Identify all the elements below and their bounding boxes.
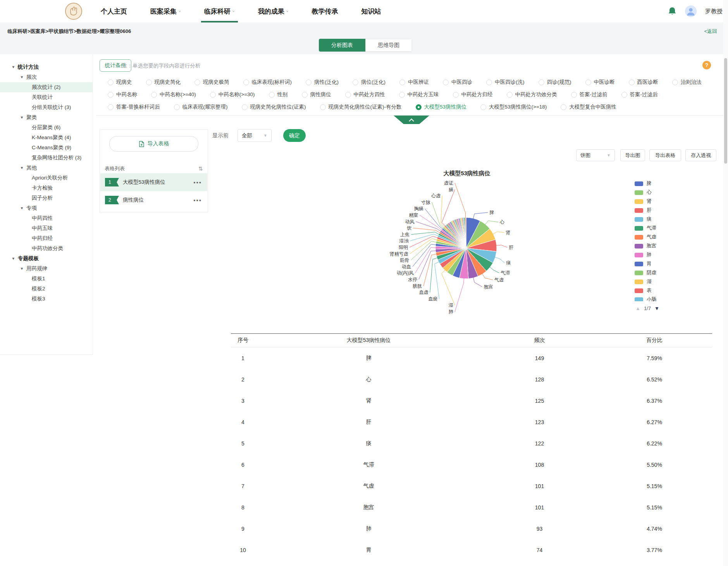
sidebar-item[interactable]: K-Means聚类 (4) xyxy=(0,133,93,143)
tab-2[interactable]: 思维导图 xyxy=(365,39,412,52)
confirm-button[interactable]: 确定 xyxy=(283,129,306,142)
legend-swatch xyxy=(635,271,643,275)
legend-item[interactable]: 气虚 xyxy=(635,233,693,242)
radio-option[interactable]: 中医四诊 xyxy=(443,79,472,86)
more-options-icon[interactable]: ••• xyxy=(193,179,202,186)
radio-option[interactable]: 中药处方归经 xyxy=(453,91,493,98)
sidebar-item[interactable]: Apriori关联分析 xyxy=(0,173,93,183)
sidebar-item[interactable]: ▼专题模板 xyxy=(0,254,93,264)
sidebar-item[interactable]: 中药归经 xyxy=(0,233,93,243)
sidebar-item[interactable]: ▼聚类 xyxy=(0,112,93,123)
radio-option[interactable]: 中医诊断 xyxy=(585,79,615,86)
show-top-select[interactable]: 全部 ▼ xyxy=(238,129,272,142)
sidebar-item[interactable]: ▼统计方法 xyxy=(0,62,93,72)
table-list-item[interactable]: 1大模型53病性病位••• xyxy=(100,173,207,191)
sidebar-item[interactable]: 中药功效分类 xyxy=(0,243,93,254)
sidebar-item[interactable]: 卡方检验 xyxy=(0,183,93,193)
radio-option[interactable]: 现病史简化病性位(证素) xyxy=(242,104,306,110)
radio-option[interactable]: 中医辨证 xyxy=(399,79,429,86)
legend-item[interactable]: 肝 xyxy=(635,206,693,215)
sidebar-item[interactable]: 分层聚类 (6) xyxy=(0,123,93,133)
sidebar-item[interactable]: 模板3 xyxy=(0,294,93,304)
export-table-button[interactable]: 导出表格 xyxy=(649,149,681,161)
legend-item[interactable]: 脾 xyxy=(635,179,693,188)
notification-bell-icon[interactable] xyxy=(668,7,676,16)
radio-option[interactable]: 答案-过滤后 xyxy=(621,91,658,98)
sidebar-item[interactable]: 模板2 xyxy=(0,284,93,294)
legend-item[interactable]: 小肠 xyxy=(635,295,693,301)
radio-option[interactable]: 大模型53病性病位 xyxy=(416,104,467,110)
radio-option[interactable]: 病性(泛化) xyxy=(306,79,339,86)
sidebar-item[interactable]: 关联统计 xyxy=(0,92,93,102)
sidebar-item[interactable]: ▼频次 xyxy=(0,72,93,82)
radio-option[interactable]: 中药名称(>=40) xyxy=(151,91,196,98)
radio-option[interactable]: 病位(泛化) xyxy=(353,79,386,86)
sidebar-item[interactable]: 频次统计 (2) xyxy=(0,82,93,92)
legend-item[interactable]: 心 xyxy=(635,188,693,197)
radio-option[interactable]: 四诊(规范) xyxy=(539,79,571,86)
legend-item[interactable]: 阴虚 xyxy=(635,268,693,277)
sort-icon[interactable]: ⇅ xyxy=(198,166,203,172)
legend-item[interactable]: 肺 xyxy=(635,250,693,259)
tab-1[interactable]: 分析图表 xyxy=(319,39,365,52)
legend-item[interactable]: 湿 xyxy=(635,277,693,286)
user-name[interactable]: 罗教授 xyxy=(705,8,723,15)
radio-option[interactable]: 临床表现(标杆词) xyxy=(243,79,292,86)
save-pivot-button[interactable]: 存入透视 xyxy=(685,149,716,161)
help-icon[interactable]: ? xyxy=(702,61,711,69)
nav-item-3[interactable]: 临床科研˅ xyxy=(203,0,236,22)
sidebar-item[interactable]: 中药四性 xyxy=(0,213,93,223)
avatar[interactable] xyxy=(685,5,697,17)
legend-item[interactable]: 表 xyxy=(635,286,693,295)
legend-item[interactable]: 气滞 xyxy=(635,224,693,233)
radio-option[interactable]: 治则治法 xyxy=(672,79,702,86)
legend-item[interactable]: 痰 xyxy=(635,215,693,224)
nav-item-2[interactable]: 医案采集˅ xyxy=(150,0,182,22)
back-link[interactable]: <返回 xyxy=(704,28,717,35)
radio-option[interactable]: 病性病位 xyxy=(302,91,331,98)
import-table-button[interactable]: 导入表格 xyxy=(109,136,198,152)
sidebar-item[interactable]: ▼其他 xyxy=(0,163,93,173)
more-options-icon[interactable]: ••• xyxy=(193,197,202,204)
legend-item[interactable]: 胞宫 xyxy=(635,242,693,250)
chart-type-select[interactable]: 饼图 ▼ xyxy=(576,149,615,161)
legend-item[interactable]: 肾 xyxy=(635,197,693,206)
radio-option[interactable]: 中药处方四性 xyxy=(345,91,385,98)
radio-option[interactable]: 大模型复合中医病性 xyxy=(561,104,616,110)
nav-item-6[interactable]: 知识站 xyxy=(361,0,382,22)
radio-option[interactable]: 答案-过滤前 xyxy=(571,91,608,98)
sidebar-item[interactable]: C-Means聚类 (9) xyxy=(0,143,93,153)
scrollbar-thumb[interactable] xyxy=(724,58,727,164)
radio-option[interactable]: 大模型53病性病位(>=18) xyxy=(480,104,547,110)
radio-option[interactable]: 现病史极简 xyxy=(194,79,229,86)
app-logo[interactable] xyxy=(65,3,82,20)
radio-option[interactable]: 临床表现(耀宗整理) xyxy=(174,104,228,110)
radio-option[interactable]: 中医四诊(洗) xyxy=(486,79,525,86)
sidebar-item[interactable]: ▼用药规律 xyxy=(0,264,93,274)
sidebar-item[interactable]: ▼专项 xyxy=(0,203,93,213)
radio-option[interactable]: 现病史简化病性位(证素)-有分数 xyxy=(320,104,402,110)
legend-page-up-icon[interactable]: ▲ xyxy=(635,305,640,311)
sidebar-item[interactable]: 中药五味 xyxy=(0,223,93,233)
nav-item-5[interactable]: 教学传承 xyxy=(311,0,339,22)
table-list-item[interactable]: 2病性病位••• xyxy=(100,191,207,209)
nav-item-1[interactable]: 个人主页 xyxy=(100,0,128,22)
radio-option[interactable]: 中药处方五味 xyxy=(399,91,439,98)
radio-option[interactable]: 中药名称(>=30) xyxy=(210,91,255,98)
export-image-button[interactable]: 导出图 xyxy=(620,149,645,161)
collapse-panel-button[interactable] xyxy=(394,116,429,124)
radio-option[interactable]: 答案-替换标杆词后 xyxy=(108,104,160,110)
radio-option[interactable]: 现病史 xyxy=(108,79,132,86)
radio-option[interactable]: 性别 xyxy=(269,91,288,98)
radio-option[interactable]: 中药处方功效分类 xyxy=(507,91,557,98)
radio-option[interactable]: 西医诊断 xyxy=(629,79,658,86)
sidebar-item[interactable]: 因子分析 xyxy=(0,193,93,203)
legend-item[interactable]: 胃 xyxy=(635,259,693,268)
nav-item-4[interactable]: 我的成果˅ xyxy=(257,0,289,22)
sidebar-item[interactable]: 复杂网络社团分析 (3) xyxy=(0,153,93,163)
radio-option[interactable]: 中药名称 xyxy=(108,91,137,98)
radio-option[interactable]: 现病史简化 xyxy=(146,79,181,86)
sidebar-item[interactable]: 分组关联统计 (3) xyxy=(0,102,93,112)
sidebar-item[interactable]: 模板1 xyxy=(0,274,93,284)
legend-page-down-icon[interactable]: ▼ xyxy=(654,305,659,311)
